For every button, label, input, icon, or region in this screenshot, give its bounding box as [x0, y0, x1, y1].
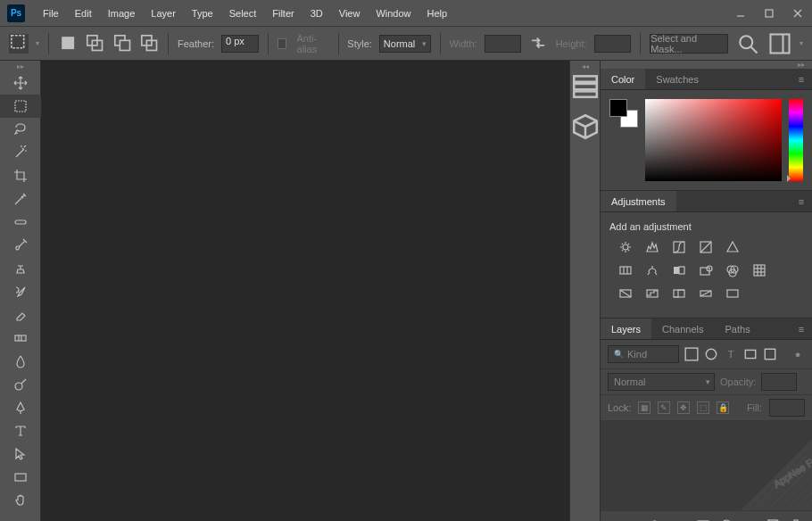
tab-channels[interactable]: Channels: [651, 318, 714, 339]
history-brush-tool[interactable]: [0, 280, 41, 303]
black-white-icon[interactable]: [670, 262, 688, 278]
lock-pixels-icon[interactable]: ✎: [658, 401, 670, 414]
eraser-tool[interactable]: [0, 303, 41, 327]
tab-color[interactable]: Color: [601, 69, 645, 89]
hue-slider[interactable]: [789, 99, 803, 181]
type-tool[interactable]: [0, 419, 41, 442]
tab-swatches[interactable]: Swatches: [645, 69, 709, 89]
svg-rect-16: [15, 101, 26, 112]
lock-label: Lock:: [608, 402, 631, 413]
tab-paths[interactable]: Paths: [715, 318, 761, 339]
select-and-mask-button[interactable]: Select and Mask...: [650, 34, 728, 54]
layers-list[interactable]: AppNee Freeware Group: [601, 421, 812, 510]
foreground-background-swatches[interactable]: [609, 99, 638, 128]
posterize-icon[interactable]: [643, 285, 661, 302]
menu-3d[interactable]: 3D: [303, 4, 330, 22]
menu-image[interactable]: Image: [101, 4, 143, 22]
levels-icon[interactable]: [643, 239, 661, 255]
rectangle-tool[interactable]: [0, 466, 41, 489]
brightness-contrast-icon[interactable]: [617, 239, 634, 255]
threshold-icon[interactable]: [670, 285, 688, 302]
foreground-color-swatch[interactable]: [609, 99, 627, 117]
crop-tool[interactable]: [0, 164, 41, 187]
filter-shape-icon[interactable]: [743, 347, 758, 361]
selective-color-icon[interactable]: [724, 285, 742, 302]
link-layers-icon[interactable]: [650, 517, 664, 522]
lock-all-icon[interactable]: 🔒: [717, 401, 729, 414]
filter-smart-icon[interactable]: [763, 347, 777, 361]
expand-toolbar-icon[interactable]: ▸▸: [0, 61, 40, 71]
eyedropper-tool[interactable]: [0, 187, 41, 211]
minimize-button[interactable]: [726, 4, 755, 23]
panel-menu-icon[interactable]: ≡: [791, 191, 812, 211]
menu-view[interactable]: View: [332, 4, 368, 22]
layer-style-icon[interactable]: fx: [673, 517, 687, 522]
menu-select[interactable]: Select: [222, 4, 264, 22]
filter-pixel-icon[interactable]: [684, 347, 699, 361]
photo-filter-icon[interactable]: [697, 262, 715, 278]
adjustment-layer-icon[interactable]: [719, 517, 733, 522]
close-button[interactable]: [783, 4, 812, 23]
filter-adjustment-icon[interactable]: [704, 347, 718, 361]
menu-type[interactable]: Type: [185, 4, 220, 22]
delete-layer-icon[interactable]: [789, 517, 803, 522]
new-layer-icon[interactable]: [766, 517, 780, 522]
move-tool[interactable]: [0, 71, 41, 95]
marquee-tool[interactable]: [0, 95, 41, 118]
lock-artboard-icon[interactable]: ⬚: [697, 401, 709, 414]
gradient-map-icon[interactable]: [697, 285, 715, 302]
filter-toggle-icon[interactable]: ●: [791, 347, 805, 361]
properties-panel-icon[interactable]: [570, 112, 601, 141]
menu-help[interactable]: Help: [420, 4, 455, 22]
panel-menu-icon[interactable]: ≡: [791, 318, 812, 339]
color-lookup-icon[interactable]: [750, 262, 768, 278]
collapsed-dock: ◂◂: [569, 61, 600, 521]
maximize-button[interactable]: [755, 4, 783, 23]
color-spectrum[interactable]: [645, 99, 782, 181]
workspace-switcher-icon[interactable]: [767, 34, 792, 54]
menu-layer[interactable]: Layer: [144, 4, 183, 22]
exposure-icon[interactable]: [697, 239, 715, 255]
curves-icon[interactable]: [670, 239, 688, 255]
group-layers-icon[interactable]: [742, 517, 757, 522]
hand-tool[interactable]: [0, 489, 41, 512]
subtract-selection-icon[interactable]: [112, 34, 132, 54]
intersect-selection-icon[interactable]: [139, 34, 159, 54]
gradient-tool[interactable]: [0, 327, 41, 350]
pen-tool[interactable]: [0, 396, 41, 419]
menu-file[interactable]: File: [36, 4, 66, 22]
history-panel-icon[interactable]: [570, 71, 601, 100]
layer-filter-kind[interactable]: Kind: [608, 345, 679, 363]
color-balance-icon[interactable]: [643, 262, 661, 278]
tab-layers[interactable]: Layers: [601, 318, 651, 339]
clone-stamp-tool[interactable]: [0, 257, 41, 280]
add-selection-icon[interactable]: [85, 34, 104, 54]
feather-input[interactable]: 0 px: [221, 35, 259, 53]
lock-position-icon[interactable]: ✥: [677, 401, 690, 414]
menu-edit[interactable]: Edit: [68, 4, 99, 22]
lasso-tool[interactable]: [0, 118, 41, 141]
blur-tool[interactable]: [0, 350, 41, 373]
new-selection-icon[interactable]: [58, 34, 78, 54]
tool-preset-icon[interactable]: [9, 34, 29, 54]
vibrance-icon[interactable]: [724, 239, 742, 255]
dodge-tool[interactable]: [0, 373, 41, 396]
style-select[interactable]: Normal: [379, 35, 431, 53]
lock-transparency-icon[interactable]: ▦: [638, 401, 650, 414]
tab-adjustments[interactable]: Adjustments: [601, 191, 676, 211]
menu-window[interactable]: Window: [369, 4, 418, 22]
collapse-panels-icon[interactable]: ▸▸: [601, 61, 812, 69]
canvas-area[interactable]: [41, 61, 569, 521]
magic-wand-tool[interactable]: [0, 141, 41, 164]
menu-filter[interactable]: Filter: [265, 4, 301, 22]
healing-brush-tool[interactable]: [0, 211, 41, 234]
search-icon[interactable]: [735, 34, 760, 54]
filter-type-icon[interactable]: T: [724, 347, 738, 361]
panel-menu-icon[interactable]: ≡: [791, 69, 812, 89]
brush-tool[interactable]: [0, 234, 41, 257]
layer-mask-icon[interactable]: [696, 517, 710, 522]
channel-mixer-icon[interactable]: [724, 262, 742, 278]
path-selection-tool[interactable]: [0, 442, 41, 466]
hue-saturation-icon[interactable]: [617, 262, 634, 278]
invert-icon[interactable]: [617, 285, 634, 302]
